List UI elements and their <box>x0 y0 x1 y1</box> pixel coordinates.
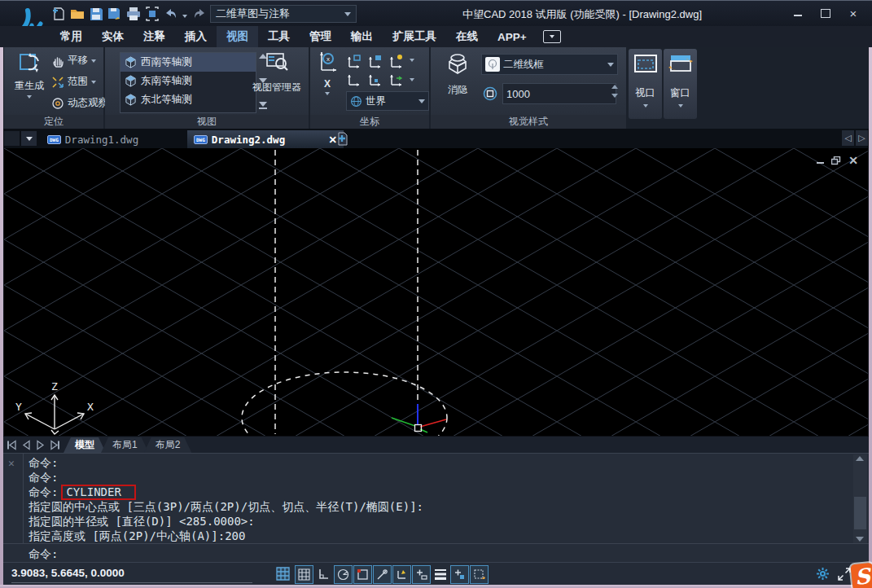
object-snap-tracking-icon[interactable] <box>373 565 392 584</box>
doc-close-icon[interactable]: ✕ <box>848 154 858 167</box>
ortho-icon[interactable] <box>315 565 332 582</box>
tab-zhushi[interactable]: 注释 <box>134 26 175 47</box>
prev-layout-icon[interactable] <box>20 439 33 451</box>
tab-layout2[interactable]: 布局2 <box>144 437 192 453</box>
close-icon[interactable]: × <box>844 7 862 20</box>
command-prompt[interactable]: 命令: <box>28 546 58 561</box>
tab-shitu[interactable]: 视图 <box>217 26 258 47</box>
tab-charu[interactable]: 插入 <box>175 26 217 47</box>
scroll-up-icon[interactable] <box>856 456 864 461</box>
doc-restore-icon[interactable] <box>831 156 841 165</box>
hide-3d-box-icon <box>445 52 470 77</box>
ucs-world-icon[interactable] <box>388 73 405 88</box>
new-file-icon[interactable] <box>50 7 67 21</box>
tab-layout1[interactable]: 布局1 <box>101 437 149 453</box>
scroll-tabs-left-icon[interactable]: ◁ <box>842 130 854 146</box>
print-icon[interactable] <box>125 7 142 21</box>
regen-button[interactable]: 重生成 <box>11 51 48 99</box>
view-item-se-isometric[interactable]: 东南等轴测 <box>121 72 256 90</box>
panel-coords: x X 世界 坐标 <box>310 47 429 129</box>
window-border-right <box>869 47 872 585</box>
doc-tab-dropdown-button[interactable] <box>21 131 37 146</box>
isolines-input[interactable]: 1000 <box>502 83 616 104</box>
dynamic-ucs-icon[interactable] <box>392 565 411 584</box>
visual-style-dropdown[interactable]: 二维线框 <box>481 54 618 75</box>
isometric-drafting-icon[interactable] <box>470 565 489 584</box>
next-layout-icon[interactable] <box>34 439 47 451</box>
ucs-grid-caret-2[interactable] <box>410 78 414 81</box>
doc-tab-menu-button[interactable] <box>4 131 20 146</box>
tab-shiti[interactable]: 实体 <box>92 26 134 47</box>
ucs-grid-caret-1[interactable] <box>410 59 414 62</box>
scroll-tabs-right-icon[interactable]: ▷ <box>856 130 868 146</box>
command-prefix: 命令: <box>28 485 58 498</box>
ribbon-collapse-dropdown[interactable] <box>543 30 561 43</box>
doc-tab-drawing2[interactable]: DWG Drawing2.dwg ✕ <box>187 130 344 148</box>
orbit-button[interactable]: 动态观察 <box>51 96 108 110</box>
undo-icon[interactable] <box>163 7 179 21</box>
scroll-down-icon[interactable] <box>856 537 864 542</box>
view-item-ne-isometric[interactable]: 东北等轴测 <box>121 90 256 109</box>
scrollbar-thumb[interactable] <box>854 497 866 529</box>
view-item-sw-isometric[interactable]: 西南等轴测 <box>121 53 256 72</box>
tab-model[interactable]: 模型 <box>64 437 106 453</box>
doc-minimize-icon[interactable] <box>817 157 824 164</box>
tab-changyong[interactable]: 常用 <box>50 26 92 47</box>
save-as-icon[interactable] <box>107 7 123 21</box>
regen-dropdown-caret <box>27 95 32 99</box>
first-layout-icon[interactable] <box>5 439 18 451</box>
window-panel-button[interactable]: 窗口 <box>664 49 697 119</box>
ucs-y-label: Y <box>15 401 22 413</box>
dynamic-input-icon[interactable] <box>412 565 431 584</box>
zoom-extents-icon <box>51 76 64 89</box>
zwcad-window: ? 二维草图与注释 中望CAD 2018 试用版 (功能受限) - [Drawi… <box>0 0 872 588</box>
ucs-face-icon[interactable] <box>367 54 383 68</box>
snap-icon[interactable] <box>295 565 313 584</box>
save-icon[interactable] <box>88 7 104 21</box>
object-snap-icon[interactable] <box>353 565 372 584</box>
ucs-x-button[interactable]: x X <box>312 50 343 95</box>
open-folder-icon[interactable] <box>69 7 85 21</box>
settings-gear-icon[interactable] <box>814 565 831 582</box>
isolines-value: 1000 <box>506 88 530 100</box>
redo-icon[interactable] <box>191 7 208 21</box>
command-close-icon[interactable]: ✕ <box>8 457 15 469</box>
ucs-origin-icon[interactable] <box>346 54 362 68</box>
last-layout-icon[interactable] <box>49 439 62 451</box>
window-border-bottom <box>0 585 872 588</box>
command-scrollbar[interactable] <box>853 454 867 543</box>
ucs-previous-icon[interactable] <box>346 73 362 88</box>
tab-app-plus[interactable]: APP+ <box>488 28 537 46</box>
quick-properties-icon[interactable] <box>450 565 469 584</box>
ucs-object-icon[interactable] <box>367 73 383 88</box>
tab-zaixian[interactable]: 在线 <box>446 26 488 47</box>
doc-tab-drawing1[interactable]: DWG Drawing1.dwg <box>41 130 199 148</box>
ucs-named-icon[interactable] <box>388 54 405 68</box>
maximize-icon[interactable] <box>817 7 835 20</box>
coordinate-system-dropdown[interactable]: 世界 <box>346 91 429 111</box>
command-window[interactable]: ✕ 命令: 命令: 命令:CYLINDER 指定圆的中心点或 [三点(3P)/两… <box>0 453 872 563</box>
tab-kuozhangongju[interactable]: 扩展工具 <box>383 26 446 47</box>
tab-guanli[interactable]: 管理 <box>300 26 341 47</box>
window-controls: × <box>789 7 862 20</box>
undo-dropdown-caret[interactable] <box>182 15 187 18</box>
tab-shuchu[interactable]: 输出 <box>341 26 383 47</box>
zoom-extents-button[interactable]: 范围 <box>51 75 96 89</box>
minimize-icon[interactable] <box>789 7 807 20</box>
drawing-viewport[interactable]: Z Y X ✕ <box>4 148 868 436</box>
new-tab-icon[interactable] <box>335 132 349 146</box>
workspace-dropdown[interactable]: 二维草图与注释 <box>210 5 357 23</box>
hide-button[interactable]: 消隐 <box>440 52 475 97</box>
grid-icon[interactable] <box>274 565 291 582</box>
pan-button[interactable]: 平移 <box>51 54 96 68</box>
polar-tracking-icon[interactable] <box>334 565 353 584</box>
isolines-spinner[interactable] <box>611 85 618 98</box>
viewport-panel-button[interactable]: 视口 <box>629 49 662 119</box>
lineweight-icon[interactable] <box>432 565 449 582</box>
scroll-bottom-icon[interactable] <box>259 102 267 109</box>
view-manager-button[interactable]: 视图管理器 <box>248 50 305 94</box>
plot-preview-icon[interactable] <box>144 7 160 21</box>
zoom-extents-dropdown-caret <box>91 81 96 84</box>
tab-gongju[interactable]: 工具 <box>258 26 300 47</box>
wireframe-style-icon <box>485 57 500 72</box>
